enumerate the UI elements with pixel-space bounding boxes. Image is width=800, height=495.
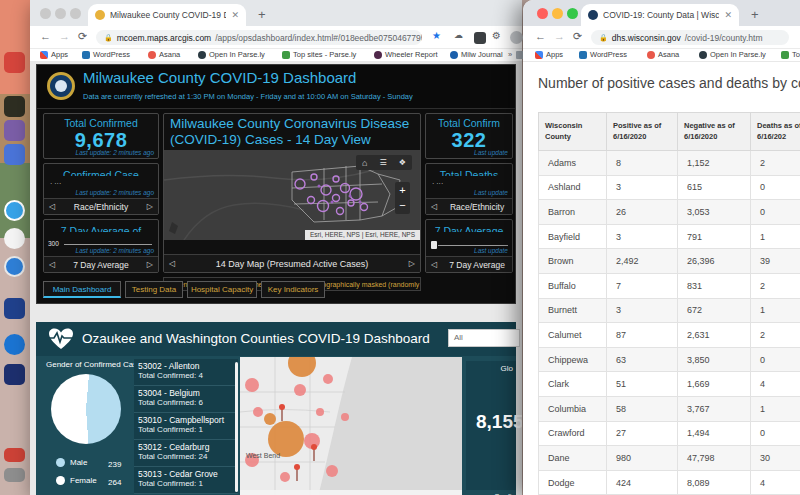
bookmark-wordpress[interactable]: WordPress — [82, 50, 130, 59]
oz-place-list[interactable]: 53002 - Allenton Total Confirmed: 4 5300… — [134, 359, 238, 495]
pager-label: 7 Day Average — [442, 260, 512, 270]
map-layers-icon[interactable]: ❖ — [399, 158, 406, 167]
new-tab-button[interactable]: + — [751, 7, 759, 22]
tab-milwaukee-dashboard[interactable]: Milwaukee County COVID-19 D ✕ — [88, 4, 246, 26]
bookmark-top-sites[interactable]: Top sites - — [781, 50, 800, 59]
bookmarks-overflow-chevron[interactable]: » — [508, 50, 512, 59]
mke-map[interactable]: ⌂ ☰ ❖ + − Esri, HERE, NPS | Esri, HERE, … — [164, 150, 420, 240]
map-zoom-in-button[interactable]: + — [395, 182, 410, 198]
bookmark-top-sites[interactable]: Top sites - Parse.ly — [282, 50, 356, 59]
tab-main-dashboard[interactable]: Main Dashboard — [43, 281, 121, 298]
list-item[interactable]: 53012 - Cedarburg Total Confirmed: 24 — [134, 440, 238, 467]
bookmark-wordpress[interactable]: WordPress — [579, 50, 627, 59]
axis-tick-label: 300 — [48, 240, 59, 247]
pager-left-icon[interactable]: ◁ — [44, 202, 60, 211]
new-tab-button[interactable]: + — [258, 7, 266, 22]
dock-icon-blue-circle-app[interactable] — [4, 200, 25, 221]
dock-icon-blue-circle-app-2[interactable] — [4, 256, 25, 277]
cell-deaths: 0 — [751, 421, 800, 446]
map-zoom-out-button[interactable]: − — [395, 198, 410, 212]
pager-left-icon[interactable]: ◁ — [426, 260, 442, 269]
tab-key-indicators[interactable]: Key Indicators — [261, 281, 325, 298]
table-row: Burnett 3 672 1 — [539, 298, 800, 323]
map-pager: ◁ 14 Day Map (Presumed Active Cases) ▷ — [164, 254, 420, 272]
cell-positive: 63 — [607, 347, 678, 372]
fullscreen-window-button[interactable] — [70, 8, 81, 19]
slider-handle[interactable] — [431, 241, 437, 249]
minimize-window-button[interactable] — [55, 8, 66, 19]
extension-cloud-icon[interactable]: ☁ — [454, 30, 463, 40]
dock-icon-gray-app[interactable] — [4, 468, 25, 482]
list-item[interactable]: 53002 - Allenton Total Confirmed: 4 — [134, 359, 238, 386]
pager-left-icon[interactable]: ◁ — [164, 259, 180, 268]
dock-icon-purple-app[interactable] — [4, 120, 25, 141]
cell-negative: 47,798 — [678, 446, 751, 471]
dock-icon-white-circle-app[interactable] — [4, 228, 25, 249]
stat-panel-header: Glo — [501, 364, 513, 373]
map-legend-icon[interactable]: ☰ — [380, 158, 387, 167]
tab-hospital-capacity[interactable]: Hospital Capacity — [187, 281, 257, 298]
minimize-window-button[interactable] — [552, 8, 563, 19]
legend-female: Female — [56, 476, 97, 485]
cell-positive: 2,492 — [607, 249, 678, 274]
url-domain: mcoem.maps.arcgis.com — [117, 33, 211, 43]
url-bar[interactable]: 🔒 dhs.wisconsin.gov /covid-19/county.htm — [591, 30, 789, 45]
pager-left-icon[interactable]: ◁ — [44, 260, 60, 269]
map-home-icon[interactable]: ⌂ — [362, 158, 367, 168]
bookmark-apps[interactable]: Apps — [40, 50, 68, 59]
pager-right-icon[interactable]: ▷ — [142, 202, 158, 211]
list-scrollbar[interactable] — [235, 362, 238, 492]
bookmark-milw-journal[interactable]: Milw Journal — [450, 50, 503, 59]
pager-right-icon[interactable]: ▷ — [404, 259, 420, 268]
close-window-button[interactable] — [40, 8, 51, 19]
close-window-button[interactable] — [537, 8, 548, 19]
tab-testing-data[interactable]: Testing Data — [125, 281, 183, 298]
bookmark-apps[interactable]: Apps — [535, 50, 563, 59]
tab-close-icon[interactable]: ✕ — [724, 10, 732, 20]
col-header-positive: Positive as of 6/16/2020 — [607, 113, 678, 151]
dock-icon-blue-circle-app-3[interactable] — [4, 334, 25, 355]
col-header-county: Wisconsin County — [539, 113, 607, 151]
dock-icon-blue-app[interactable] — [4, 144, 25, 165]
reload-icon[interactable]: ⟳ — [573, 30, 582, 43]
extension-gear-icon[interactable]: ⚙ — [492, 30, 501, 41]
fullscreen-window-button[interactable] — [567, 8, 578, 19]
forward-icon[interactable]: → — [59, 30, 70, 42]
oz-filter-select[interactable]: All — [448, 329, 520, 347]
pager-left-icon[interactable]: ◁ — [426, 202, 442, 211]
bookmark-open-in-parsely[interactable]: Open In Parse.ly — [699, 50, 766, 59]
dock-icon-dark-app[interactable] — [4, 96, 25, 117]
apps-grid-icon — [40, 51, 48, 59]
pager-label: Race/Ethnicity — [60, 202, 142, 212]
list-item[interactable]: 53013 - Cedar Grove Total Confirmed: 1 — [134, 467, 238, 494]
bookmark-open-in-parsely[interactable]: Open In Parse.ly — [198, 50, 265, 59]
dock-icon-red-small-app[interactable] — [4, 448, 25, 462]
bookmark-wheeler-report[interactable]: Wheeler Report — [374, 50, 438, 59]
tab-county-data[interactable]: COVID-19: County Data | Wisc ✕ — [581, 4, 739, 26]
dock-icon-darkblue-app[interactable] — [4, 364, 25, 385]
list-item[interactable]: 53010 - Campbellsport Total Confirmed: 1 — [134, 413, 238, 440]
list-item[interactable]: 53004 - Belgium Total Confirmed: 6 — [134, 386, 238, 413]
extension-dark-icon[interactable] — [474, 32, 486, 44]
cell-negative: 8,089 — [678, 470, 751, 495]
bookmark-asana[interactable]: Asana — [647, 50, 679, 59]
cell-county: Ashland — [539, 175, 607, 200]
reload-icon[interactable]: ⟳ — [78, 30, 87, 43]
cell-county: Burnett — [539, 298, 607, 323]
tab-close-icon[interactable]: ✕ — [231, 10, 239, 20]
back-icon[interactable]: ← — [40, 30, 51, 42]
back-icon[interactable]: ← — [535, 30, 546, 42]
cell-deaths: 1 — [751, 298, 800, 323]
forward-icon[interactable]: → — [554, 30, 565, 42]
dock-icon-navy-app[interactable] — [4, 298, 25, 319]
dock-icon-red-app[interactable] — [4, 52, 25, 73]
bookmark-asana[interactable]: Asana — [148, 50, 180, 59]
profile-avatar[interactable] — [510, 31, 523, 44]
url-bar[interactable]: 🔒 mcoem.maps.arcgis.com /apps/opsdashboa… — [96, 30, 422, 45]
cell-deaths: 4 — [751, 372, 800, 397]
bookmark-star-icon[interactable]: ★ — [432, 30, 441, 41]
cell-deaths: 2 — [751, 273, 800, 298]
pager-right-icon[interactable]: ▷ — [142, 260, 158, 269]
table-row: Calumet 87 2,631 2 — [539, 323, 800, 348]
oz-map[interactable]: West Bend — [240, 357, 462, 495]
